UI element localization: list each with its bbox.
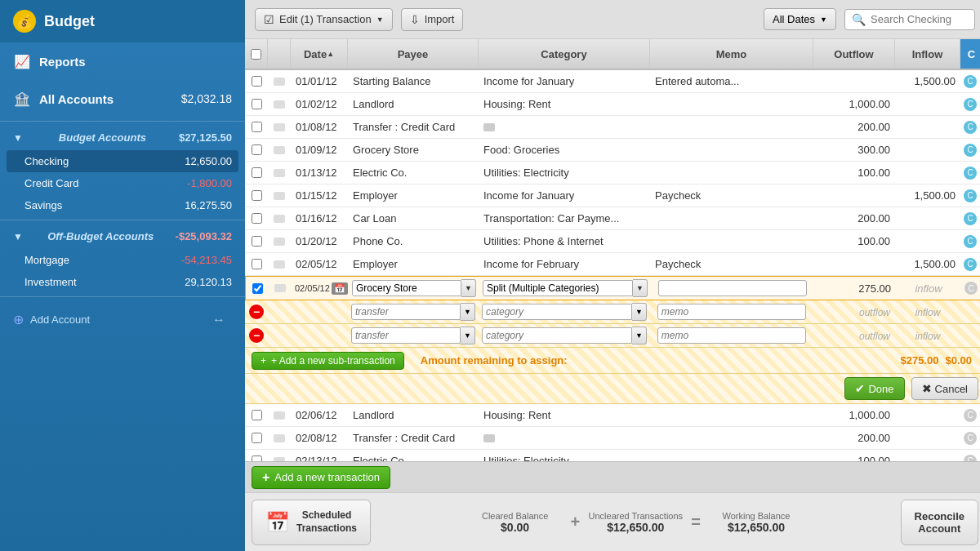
sub-category-input-1[interactable] bbox=[482, 304, 632, 320]
row-flag[interactable] bbox=[268, 75, 291, 88]
sub-memo-cell-2[interactable] bbox=[650, 325, 813, 346]
edit-row-date-cell[interactable]: 02/05/12 📅 bbox=[292, 280, 349, 297]
row-checkbox[interactable] bbox=[245, 142, 268, 158]
row-cleared[interactable]: C bbox=[960, 256, 980, 273]
remove-sub-button-2[interactable]: − bbox=[249, 328, 264, 343]
cleared-icon[interactable]: C bbox=[964, 98, 977, 111]
row-cleared[interactable]: C bbox=[960, 118, 980, 136]
edit-row-flag[interactable] bbox=[269, 282, 292, 295]
cleared-icon[interactable]: C bbox=[964, 235, 977, 248]
sub-outflow-cell-2[interactable]: outflow bbox=[813, 326, 895, 345]
sub-category-input-2[interactable] bbox=[482, 327, 632, 344]
sub-inflow-cell-1[interactable]: inflow bbox=[895, 302, 960, 322]
edit-payee-input[interactable] bbox=[352, 280, 461, 296]
row-flag[interactable] bbox=[268, 432, 291, 445]
sidebar-item-all-accounts[interactable]: 🏦 All Accounts $2,032.18 bbox=[0, 80, 245, 118]
sub-inflow-cell-2[interactable]: inflow bbox=[895, 326, 960, 345]
budget-accounts-section[interactable]: ▼ Budget Accounts $27,125.50 bbox=[0, 125, 245, 150]
row-checkbox[interactable] bbox=[245, 233, 268, 249]
search-box[interactable]: 🔍 bbox=[844, 9, 975, 30]
sidebar-account-savings[interactable]: Savings 16,275.50 bbox=[0, 194, 245, 216]
sub-remove-2[interactable]: − bbox=[245, 326, 268, 345]
row-cleared[interactable]: C bbox=[960, 164, 980, 182]
sub-transfer-input-1[interactable] bbox=[351, 304, 461, 320]
edit-category-input[interactable] bbox=[483, 280, 633, 296]
row-flag[interactable] bbox=[268, 409, 291, 422]
row-cleared[interactable]: C bbox=[960, 141, 980, 159]
edit-row-cleared-cell[interactable]: C bbox=[961, 279, 980, 297]
cleared-icon[interactable]: C bbox=[964, 75, 977, 88]
cleared-icon[interactable]: C bbox=[964, 432, 977, 445]
cleared-icon[interactable]: C bbox=[964, 258, 977, 271]
add-account-button[interactable]: ⊕ Add Account ↔ bbox=[0, 304, 245, 335]
sidebar-account-checking[interactable]: Checking 12,650.00 bbox=[7, 150, 238, 172]
row-checkbox[interactable] bbox=[245, 188, 268, 203]
off-budget-section[interactable]: ▼ Off-Budget Accounts -$25,093.32 bbox=[0, 224, 245, 249]
row-flag[interactable] bbox=[268, 235, 291, 248]
row-cleared[interactable]: C bbox=[960, 452, 980, 462]
sub-memo-cell-1[interactable] bbox=[650, 301, 813, 322]
th-date[interactable]: Date ▲ bbox=[291, 39, 348, 69]
row-checkbox[interactable] bbox=[245, 119, 268, 135]
sidebar-account-investment[interactable]: Investment 29,120.13 bbox=[0, 271, 245, 293]
scheduled-transactions-button[interactable]: 📅 ScheduledTransactions bbox=[252, 500, 371, 545]
search-input[interactable] bbox=[871, 13, 969, 25]
add-transaction-button[interactable]: + Add a new transaction bbox=[252, 466, 390, 489]
row-checkbox[interactable] bbox=[245, 407, 268, 423]
row-flag[interactable] bbox=[268, 455, 291, 462]
select-all-checkbox[interactable] bbox=[251, 49, 261, 60]
row-checkbox[interactable] bbox=[245, 96, 268, 112]
sidebar-logo[interactable]: 💰 Budget bbox=[0, 0, 245, 42]
sidebar-account-mortgage[interactable]: Mortgage -54,213.45 bbox=[0, 249, 245, 271]
cleared-icon[interactable]: C bbox=[964, 409, 977, 422]
row-checkbox[interactable] bbox=[245, 165, 268, 180]
calendar-icon[interactable]: 📅 bbox=[332, 282, 348, 295]
cleared-icon[interactable]: C bbox=[964, 144, 977, 157]
category-dropdown-button[interactable]: ▼ bbox=[633, 279, 648, 297]
row-flag[interactable] bbox=[268, 121, 291, 134]
edit-row-outflow-cell[interactable]: 275.00 bbox=[814, 280, 896, 297]
date-filter-button[interactable]: All Dates ▼ bbox=[764, 8, 836, 30]
row-checkbox[interactable] bbox=[245, 430, 268, 446]
row-cleared[interactable]: C bbox=[960, 233, 980, 251]
row-flag[interactable] bbox=[268, 98, 291, 111]
row-flag[interactable] bbox=[268, 212, 291, 225]
sub-transfer-dropdown-1[interactable]: ▼ bbox=[461, 303, 475, 321]
sidebar-account-credit-card[interactable]: Credit Card -1,800.00 bbox=[0, 172, 245, 194]
add-sub-transaction-button[interactable]: + + Add a new sub-transaction bbox=[252, 352, 404, 370]
row-flag[interactable] bbox=[268, 167, 291, 180]
sidebar-item-reports[interactable]: 📈 Reports bbox=[0, 42, 245, 80]
row-checkbox[interactable] bbox=[245, 73, 268, 89]
edit-memo-input[interactable] bbox=[658, 280, 807, 296]
sub-outflow-cell-1[interactable]: outflow bbox=[813, 302, 895, 322]
sub-category-dropdown-2[interactable]: ▼ bbox=[632, 327, 647, 344]
cleared-icon[interactable]: C bbox=[964, 189, 977, 202]
row-cleared[interactable]: C bbox=[960, 187, 980, 205]
edit-row-inflow-cell[interactable]: inflow bbox=[896, 280, 961, 297]
row-cleared[interactable]: C bbox=[960, 429, 980, 447]
sub-memo-input-2[interactable] bbox=[657, 327, 806, 344]
row-checkbox[interactable] bbox=[245, 256, 268, 272]
sidebar-arrows-icon[interactable]: ↔ bbox=[212, 313, 225, 327]
row-checkbox[interactable] bbox=[245, 453, 268, 461]
cleared-icon[interactable]: C bbox=[964, 212, 977, 225]
sub-memo-input-1[interactable] bbox=[657, 304, 806, 320]
row-flag[interactable] bbox=[268, 258, 291, 271]
cleared-icon[interactable]: C bbox=[964, 455, 977, 462]
edit-row-memo-cell[interactable] bbox=[651, 278, 814, 299]
row-cleared[interactable]: C bbox=[960, 407, 980, 424]
edit-transaction-button[interactable]: ☑ Edit (1) Transaction ▼ bbox=[255, 8, 393, 31]
sub-transfer-dropdown-2[interactable]: ▼ bbox=[461, 327, 475, 344]
row-cleared[interactable]: C bbox=[960, 96, 980, 113]
row-cleared[interactable]: C bbox=[960, 210, 980, 228]
import-button[interactable]: ⇩ Import bbox=[401, 8, 464, 31]
sub-transfer-input-2[interactable] bbox=[351, 327, 461, 344]
row-checkbox[interactable] bbox=[245, 211, 268, 226]
cancel-button[interactable]: ✖ Cancel bbox=[911, 377, 978, 400]
edit-row-checkbox[interactable] bbox=[246, 281, 269, 296]
row-flag[interactable] bbox=[268, 189, 291, 202]
row-cleared[interactable]: C bbox=[960, 73, 980, 91]
done-button[interactable]: ✔ Done bbox=[844, 377, 904, 400]
row-flag[interactable] bbox=[268, 144, 291, 157]
reconcile-button[interactable]: ReconcileAccount bbox=[901, 500, 978, 545]
